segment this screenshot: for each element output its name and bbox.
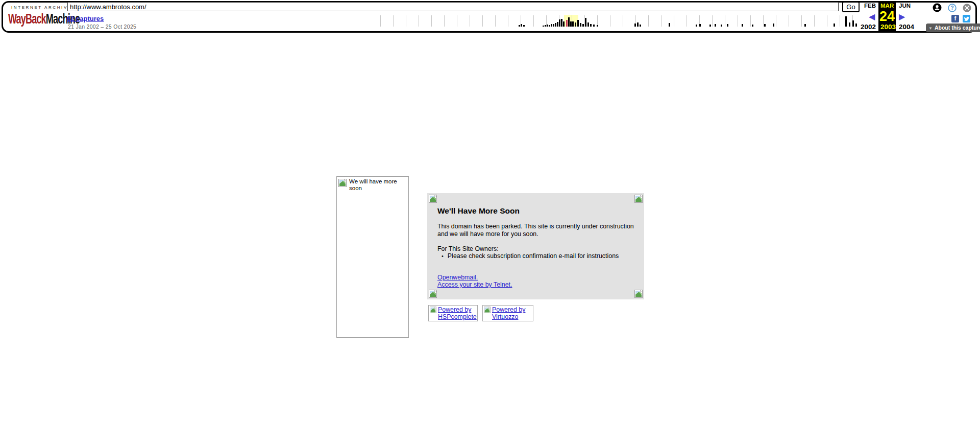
bullet-icon: • (442, 253, 444, 259)
timeline-gridline (750, 15, 751, 27)
capture-bar[interactable] (519, 25, 520, 27)
timeline-gridline (533, 15, 534, 27)
help-icon[interactable]: ? (948, 4, 957, 12)
capture-bar[interactable] (742, 24, 743, 27)
capture-bar[interactable] (587, 22, 589, 27)
capture-bar[interactable] (721, 25, 722, 27)
capture-bar[interactable] (557, 22, 558, 27)
capture-bar[interactable] (543, 26, 544, 27)
capture-bar[interactable] (549, 25, 550, 27)
capture-bar[interactable] (845, 16, 847, 27)
telnet-access-link[interactable]: Access your site by Telnet. (437, 281, 512, 288)
timeline-gridline (419, 15, 419, 27)
capture-bar[interactable] (572, 21, 574, 27)
capture-bar[interactable] (521, 24, 522, 27)
help-glyph: ? (950, 5, 953, 11)
capture-bar[interactable] (773, 24, 774, 27)
capture-bar[interactable] (634, 24, 636, 27)
prev-year-label[interactable]: 2002 (861, 23, 876, 31)
facebook-share-icon[interactable]: f (951, 15, 959, 22)
parked-domain-panel: We'll Have More Soon This domain has bee… (427, 193, 644, 299)
openwebmail-link[interactable]: Openwebmail. (437, 274, 478, 281)
site-owners-label: For This Site Owners: (437, 245, 499, 252)
timeline-gridline (495, 15, 496, 27)
timeline-gridline (801, 15, 802, 27)
capture-bar[interactable] (577, 20, 579, 27)
capture-bar[interactable] (699, 24, 701, 27)
captures-count-link[interactable]: 62 captures (67, 15, 104, 22)
go-button[interactable]: Go (842, 2, 860, 12)
about-this-capture-label: About this capture (935, 25, 980, 31)
timeline-gridline (763, 15, 764, 27)
capture-bar[interactable] (585, 18, 586, 27)
capture-bar[interactable] (669, 23, 670, 27)
broken-image-icon (429, 290, 437, 298)
panel-body-text: This domain has been parked. This site i… (437, 223, 635, 238)
capture-date-range: 21 Jan 2002 – 25 Oct 2025 (68, 24, 136, 30)
current-month-label: MAR (880, 3, 894, 9)
powered-by-virtuozzo-badge[interactable]: Powered by Virtuozzo (482, 305, 533, 321)
capture-bar[interactable] (715, 24, 716, 27)
twitter-share-icon[interactable] (963, 15, 970, 22)
capture-bar[interactable] (709, 25, 711, 27)
capture-bar[interactable] (559, 19, 560, 27)
broken-image-icon (338, 179, 347, 187)
capture-bar[interactable] (563, 21, 565, 27)
timeline-gridline (508, 15, 508, 27)
capture-bar[interactable] (834, 24, 835, 27)
capture-bar[interactable] (640, 25, 641, 27)
capture-bar[interactable] (580, 23, 581, 27)
wayback-url-input[interactable] (67, 2, 839, 11)
facebook-glyph: f (954, 15, 957, 22)
capture-bar[interactable] (849, 22, 850, 27)
capture-bar[interactable] (593, 25, 595, 27)
capture-bar[interactable] (555, 23, 556, 27)
next-year-label[interactable]: 2004 (899, 23, 914, 31)
capture-day: 24 (878, 9, 896, 25)
broken-image-icon (430, 307, 436, 313)
capture-bar[interactable] (561, 19, 562, 27)
prev-capture-arrow-icon[interactable]: ◀ (869, 12, 875, 21)
profile-icon[interactable] (933, 3, 942, 12)
timeline-gridline (827, 15, 827, 27)
capture-bar[interactable] (696, 25, 697, 27)
side-image-alt-text: We will have more soon (349, 178, 407, 192)
about-this-capture-button[interactable]: ▼About this capture (926, 24, 980, 32)
capture-bar[interactable] (551, 24, 552, 27)
logo-wayback-text: WayBack (8, 11, 46, 27)
next-month-label[interactable]: JUN (899, 3, 911, 9)
capture-bar[interactable] (547, 25, 548, 27)
current-capture-bar[interactable] (566, 20, 568, 27)
close-toolbar-icon[interactable] (963, 4, 971, 12)
capture-bar[interactable] (590, 24, 592, 27)
next-capture-arrow-icon[interactable]: ▶ (899, 12, 905, 21)
capture-bar[interactable] (545, 25, 546, 27)
prev-month-label[interactable]: FEB (864, 3, 876, 9)
capture-bar[interactable] (727, 24, 728, 27)
timeline-gridline (674, 15, 674, 27)
capture-bar[interactable] (764, 24, 766, 27)
timeline-gridline (406, 15, 406, 27)
current-year-label: 2003 (880, 23, 896, 31)
capture-bar[interactable] (855, 24, 857, 27)
capture-bar[interactable] (568, 17, 570, 27)
capture-bar[interactable] (597, 25, 598, 27)
capture-bar[interactable] (852, 20, 854, 27)
panel-heading: We'll Have More Soon (437, 206, 520, 216)
powered-by-hspcomplete-badge[interactable]: Powered by HSPcomplete (428, 305, 478, 321)
capture-bar[interactable] (582, 24, 584, 27)
capture-bar[interactable] (804, 24, 806, 27)
capture-bar[interactable] (575, 22, 576, 27)
timeline-gridline (840, 15, 840, 27)
timeline-gridline (470, 15, 470, 27)
capture-bar[interactable] (553, 24, 554, 27)
badge-alt-text: Powered by HSPcomplete (438, 307, 477, 320)
badge-alt-text: Powered by Virtuozzo (492, 307, 533, 320)
timeline-gridline (393, 15, 394, 27)
broken-image-icon (634, 195, 643, 203)
capture-bar[interactable] (752, 25, 753, 27)
capture-bar[interactable] (570, 21, 572, 27)
capture-bar[interactable] (637, 22, 639, 27)
site-owners-bullet-text: Please check subscription confirmation e… (448, 252, 619, 260)
capture-bar[interactable] (523, 25, 525, 27)
